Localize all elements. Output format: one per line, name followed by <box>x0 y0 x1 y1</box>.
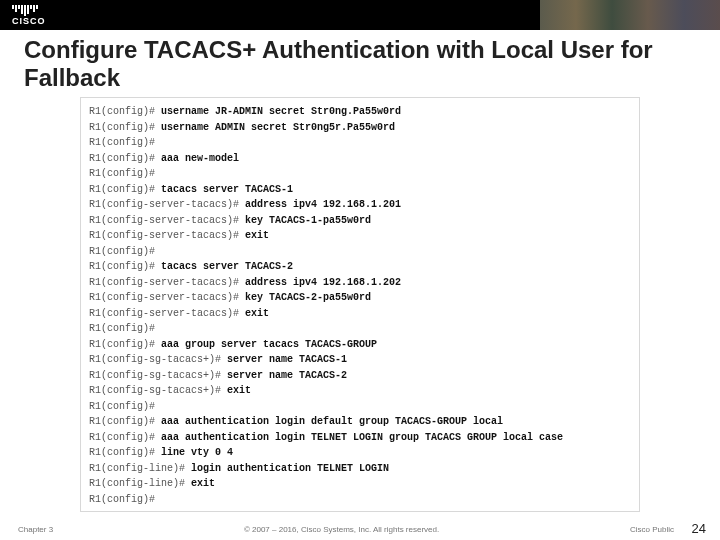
page-number: 24 <box>692 521 706 536</box>
terminal-command: server name TACACS-1 <box>227 354 347 365</box>
terminal-line: R1(config)# <box>89 135 631 151</box>
terminal-prompt: R1(config)# <box>89 261 161 272</box>
terminal-prompt: R1(config-line)# <box>89 463 191 474</box>
footer-chapter: Chapter 3 <box>18 525 53 534</box>
terminal-prompt: R1(config)# <box>89 184 161 195</box>
terminal-line: R1(config)# line vty 0 4 <box>89 445 631 461</box>
terminal-line: R1(config)# <box>89 399 631 415</box>
terminal-command: aaa authentication login default group T… <box>161 416 503 427</box>
header-people-image <box>540 0 720 30</box>
terminal-command: aaa authentication login TELNET LOGIN gr… <box>161 432 563 443</box>
terminal-line: R1(config-sg-tacacs+)# exit <box>89 383 631 399</box>
terminal-command: key TACACS-2-pa55w0rd <box>245 292 371 303</box>
footer: Chapter 3 © 2007 – 2016, Cisco Systems, … <box>0 525 720 534</box>
terminal-line: R1(config)# <box>89 492 631 508</box>
terminal-prompt: R1(config)# <box>89 416 161 427</box>
terminal-line: R1(config-server-tacacs)# address ipv4 1… <box>89 275 631 291</box>
terminal-prompt: R1(config-server-tacacs)# <box>89 230 245 241</box>
terminal-command: exit <box>245 308 269 319</box>
terminal-line: R1(config)# aaa new-model <box>89 151 631 167</box>
terminal-command: address ipv4 192.168.1.201 <box>245 199 401 210</box>
terminal-command: username ADMIN secret Str0ng5r.Pa55w0rd <box>161 122 395 133</box>
terminal-line: R1(config-server-tacacs)# exit <box>89 228 631 244</box>
terminal-prompt: R1(config)# <box>89 246 155 257</box>
terminal-command: username JR-ADMIN secret Str0ng.Pa55w0rd <box>161 106 401 117</box>
terminal-command: line vty 0 4 <box>161 447 233 458</box>
terminal-prompt: R1(config)# <box>89 137 155 148</box>
terminal-line: R1(config-server-tacacs)# address ipv4 1… <box>89 197 631 213</box>
terminal-command: key TACACS-1-pa55w0rd <box>245 215 371 226</box>
terminal-line: R1(config)# username ADMIN secret Str0ng… <box>89 120 631 136</box>
header-strip: CISCO <box>0 0 720 30</box>
terminal-prompt: R1(config)# <box>89 432 161 443</box>
terminal-command: server name TACACS-2 <box>227 370 347 381</box>
terminal-line: R1(config-sg-tacacs+)# server name TACAC… <box>89 368 631 384</box>
terminal-prompt: R1(config)# <box>89 122 161 133</box>
cisco-logo-text: CISCO <box>12 17 46 26</box>
slide-title: Configure TACACS+ Authentication with Lo… <box>0 30 720 95</box>
terminal-prompt: R1(config)# <box>89 447 161 458</box>
terminal-prompt: R1(config-sg-tacacs+)# <box>89 370 227 381</box>
terminal-prompt: R1(config)# <box>89 323 155 334</box>
terminal-line: R1(config)# tacacs server TACACS-2 <box>89 259 631 275</box>
terminal-line: R1(config-line)# exit <box>89 476 631 492</box>
terminal-prompt: R1(config-server-tacacs)# <box>89 199 245 210</box>
terminal-line: R1(config)# aaa group server tacacs TACA… <box>89 337 631 353</box>
terminal-prompt: R1(config)# <box>89 106 161 117</box>
terminal-command: exit <box>245 230 269 241</box>
footer-copyright: © 2007 – 2016, Cisco Systems, Inc. All r… <box>53 525 630 534</box>
terminal-line: R1(config)# aaa authentication login def… <box>89 414 631 430</box>
terminal-output: R1(config)# username JR-ADMIN secret Str… <box>80 97 640 512</box>
terminal-line: R1(config-line)# login authentication TE… <box>89 461 631 477</box>
terminal-prompt: R1(config-sg-tacacs+)# <box>89 385 227 396</box>
terminal-prompt: R1(config-server-tacacs)# <box>89 215 245 226</box>
terminal-prompt: R1(config-server-tacacs)# <box>89 308 245 319</box>
terminal-command: exit <box>191 478 215 489</box>
terminal-line: R1(config)# <box>89 321 631 337</box>
terminal-line: R1(config-server-tacacs)# key TACACS-1-p… <box>89 213 631 229</box>
terminal-prompt: R1(config)# <box>89 494 155 505</box>
terminal-command: login authentication TELNET LOGIN <box>191 463 389 474</box>
terminal-prompt: R1(config)# <box>89 168 155 179</box>
terminal-line: R1(config-server-tacacs)# key TACACS-2-p… <box>89 290 631 306</box>
terminal-line: R1(config)# aaa authentication login TEL… <box>89 430 631 446</box>
terminal-command: tacacs server TACACS-2 <box>161 261 293 272</box>
terminal-prompt: R1(config)# <box>89 401 155 412</box>
terminal-prompt: R1(config-server-tacacs)# <box>89 292 245 303</box>
terminal-line: R1(config)# <box>89 244 631 260</box>
cisco-logo: CISCO <box>0 5 46 26</box>
terminal-line: R1(config-sg-tacacs+)# server name TACAC… <box>89 352 631 368</box>
terminal-command: address ipv4 192.168.1.202 <box>245 277 401 288</box>
terminal-prompt: R1(config-sg-tacacs+)# <box>89 354 227 365</box>
cisco-logo-bars <box>12 5 46 16</box>
terminal-line: R1(config)# <box>89 166 631 182</box>
terminal-command: exit <box>227 385 251 396</box>
terminal-command: aaa group server tacacs TACACS-GROUP <box>161 339 377 350</box>
terminal-prompt: R1(config-server-tacacs)# <box>89 277 245 288</box>
terminal-line: R1(config)# tacacs server TACACS-1 <box>89 182 631 198</box>
terminal-line: R1(config-server-tacacs)# exit <box>89 306 631 322</box>
terminal-command: tacacs server TACACS-1 <box>161 184 293 195</box>
terminal-prompt: R1(config)# <box>89 153 161 164</box>
terminal-line: R1(config)# username JR-ADMIN secret Str… <box>89 104 631 120</box>
terminal-prompt: R1(config-line)# <box>89 478 191 489</box>
terminal-command: aaa new-model <box>161 153 239 164</box>
terminal-prompt: R1(config)# <box>89 339 161 350</box>
